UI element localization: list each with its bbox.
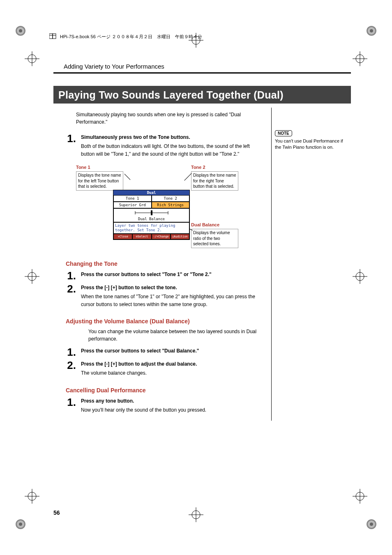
subheading-cancelling: Cancelling Dual Performance <box>66 387 263 394</box>
step-text: Both of the button indicators will light… <box>81 143 263 158</box>
device-btn-select: ⊙Select <box>132 234 151 240</box>
divider <box>53 72 351 74</box>
registration-mark-icon <box>353 51 367 66</box>
callout-dual-balance: Dual Balance Displays the volume ratio o… <box>191 222 238 248</box>
device-balance-label: Dual Balance <box>115 217 188 221</box>
device-tone1-label: Tone 1 <box>113 195 152 202</box>
step-number: 1. <box>53 347 81 357</box>
step-number: 1. <box>53 270 81 281</box>
step-title: Press the [-] [+] button to adjust the d… <box>81 361 263 367</box>
registration-mark-icon <box>25 489 39 504</box>
cancelling-step1: 1. Press any tone button. Now you'll hea… <box>53 397 263 418</box>
device-balance-area: Dual Balance <box>113 208 189 222</box>
device-btn-change: -/+Change <box>152 234 171 240</box>
setup-step: 1. Simultaneously press two of the Tone … <box>53 133 263 162</box>
step-title: Press the cursor buttons to select "Dual… <box>81 348 263 354</box>
dual-balance-intro: You can change the volume balance betwee… <box>88 328 263 343</box>
registration-mark-icon <box>353 269 367 284</box>
connector-line <box>184 173 191 180</box>
step-title: Press the cursor buttons to select "Tone… <box>81 272 263 277</box>
registration-mark-icon <box>25 269 39 284</box>
dual-balance-step2: 2. Press the [-] [+] button to adjust th… <box>53 360 263 381</box>
callout-title: Dual Balance <box>191 222 238 228</box>
device-btn-audition: ○Audition <box>171 234 189 240</box>
device-screen: Dual Tone 1 Tone 2 Superior Grd Rich Str… <box>113 190 190 240</box>
note-label: NOTE <box>275 130 292 136</box>
callout-text: Displays the tone name for the left Tone… <box>76 171 123 191</box>
svg-rect-6 <box>49 34 53 39</box>
step-text: Now you'll hear only the sound of the bu… <box>81 406 263 414</box>
registration-mark-icon <box>353 489 367 504</box>
device-hint: Layer two tones for playing together. Se… <box>113 222 189 234</box>
main-column: Simultaneously playing two sounds when o… <box>53 108 271 421</box>
step-title: Press the [-] [+] button to select the t… <box>81 285 263 290</box>
crop-mark-icon <box>366 25 377 36</box>
book-icon <box>49 33 57 40</box>
step-number: 1. <box>53 133 81 162</box>
device-tone2-value: Rich Strings <box>152 202 190 208</box>
book-header: HPi-7S-e.book 56 ページ ２００８年４月２日 水曜日 午前９時４… <box>41 33 351 40</box>
step-number: 1. <box>53 397 81 418</box>
changing-tone-step2: 2. Press the [-] [+] button to select th… <box>53 283 263 312</box>
callout-text: Displays the volume ratio of the two sel… <box>191 229 238 248</box>
callout-title: Tone 2 <box>191 164 238 170</box>
device-header: Dual <box>113 190 189 195</box>
page: HPi-7S-e.book 56 ページ ２００８年４月２日 水曜日 午前９時４… <box>41 33 351 522</box>
callout-title: Tone 1 <box>76 164 123 170</box>
step-number: 2. <box>53 360 81 381</box>
device-btn-close: ×Close <box>113 234 132 240</box>
device-tone2-label: Tone 2 <box>152 195 190 202</box>
svg-rect-7 <box>53 34 56 39</box>
subheading-changing-tone: Changing the Tone <box>66 260 263 267</box>
connector-line <box>125 174 131 180</box>
step-title: Simultaneously press two of the Tone but… <box>81 134 263 140</box>
registration-mark-icon <box>25 51 39 66</box>
subheading-dual-balance: Adjusting the Volume Balance (Dual Balan… <box>66 318 263 325</box>
book-header-text: HPi-7S-e.book 56 ページ ２００８年４月２日 水曜日 午前９時４… <box>60 34 202 40</box>
crop-mark-icon <box>15 25 26 36</box>
callout-text: Displays the tone name for the right Ton… <box>191 171 238 191</box>
dual-balance-step1: 1. Press the cursor buttons to select "D… <box>53 347 263 357</box>
main-title: Playing Two Sounds Layered Together (Dua… <box>53 86 351 104</box>
changing-tone-step1: 1. Press the cursor buttons to select "T… <box>53 270 263 281</box>
step-number: 2. <box>53 283 81 312</box>
section-header: Adding Variety to Your Performances <box>64 63 351 70</box>
svg-rect-11 <box>151 210 152 215</box>
step-text: The volume balance changes. <box>81 369 263 377</box>
note-text: You can't use Dual Performance if the Tw… <box>275 138 349 151</box>
device-tone1-value: Superior Grd <box>113 202 152 208</box>
dual-diagram: Tone 1 Displays the tone name for the le… <box>76 164 263 255</box>
side-column: NOTE You can't use Dual Performance if t… <box>272 108 349 421</box>
callout-tone1: Tone 1 Displays the tone name for the le… <box>76 164 123 190</box>
step-text: When the tone names of "Tone 1" or "Tone… <box>81 293 263 308</box>
intro-text: Simultaneously playing two sounds when o… <box>76 111 263 126</box>
crop-mark-icon <box>15 519 26 530</box>
callout-tone2: Tone 2 Displays the tone name for the ri… <box>191 164 238 190</box>
page-number: 56 <box>53 509 60 516</box>
crop-mark-icon <box>366 519 377 530</box>
step-title: Press any tone button. <box>81 398 263 404</box>
